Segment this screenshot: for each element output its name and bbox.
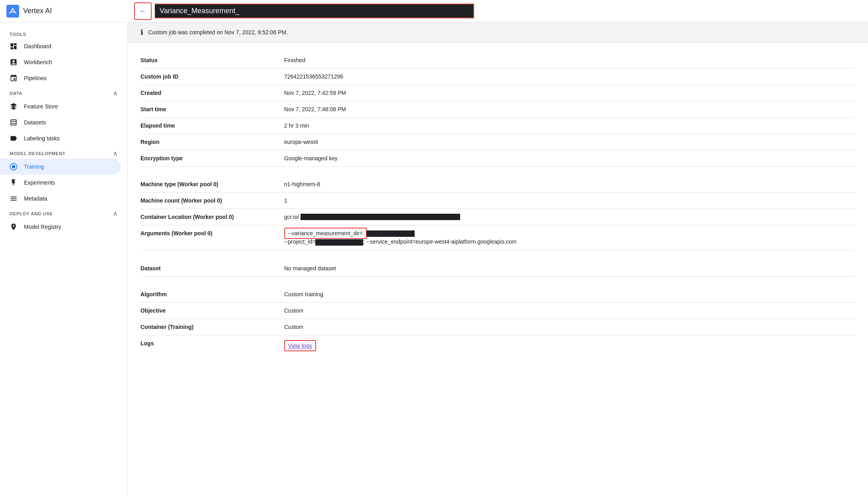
vertex-ai-logo-icon xyxy=(6,5,19,18)
model-dev-section-title: MODEL DEVELOPMENT xyxy=(10,151,65,156)
gcr-location-value: gcr.io/ xyxy=(284,214,460,220)
sidebar-item-feature-store-label: Feature Store xyxy=(24,103,58,110)
detail-row-machine-count: Machine count (Worker pool 0) 1 xyxy=(140,193,855,209)
view-logs-link[interactable]: View logs xyxy=(284,340,316,351)
value-logs: View logs xyxy=(284,340,855,351)
feature-store-icon xyxy=(10,102,18,110)
arg-variance-box: --variance_measurement_dir= xyxy=(284,228,367,239)
sidebar-item-training[interactable]: Training xyxy=(0,159,121,175)
arg-variance-redacted xyxy=(367,230,415,237)
arg-line-1: --variance_measurement_dir= xyxy=(284,230,855,237)
metadata-icon xyxy=(10,195,18,203)
sidebar-item-feature-store[interactable]: Feature Store xyxy=(0,98,121,114)
label-start-time: Start time xyxy=(140,106,284,112)
value-encryption: Google-managed key xyxy=(284,155,855,161)
label-elapsed-time: Elapsed time xyxy=(140,122,284,129)
workbench-icon xyxy=(10,58,18,66)
main-layout: TOOLS Dashboard Workbench Pipelines DATA… xyxy=(0,22,868,496)
label-algorithm: Algorithm xyxy=(140,291,284,297)
info-banner: ℹ Custom job was completed on Nov 7, 202… xyxy=(128,22,868,43)
value-job-id: 7264221536553271296 xyxy=(284,73,855,80)
value-region: europe-west4 xyxy=(284,139,855,145)
back-button[interactable]: ← xyxy=(134,2,152,20)
experiments-icon xyxy=(10,179,18,187)
sidebar-item-dashboard[interactable]: Dashboard xyxy=(0,38,121,54)
app-logo-area: Vertex AI xyxy=(6,5,134,18)
model-registry-icon xyxy=(10,223,18,231)
detail-row-dataset: Dataset No managed dataset xyxy=(140,260,855,277)
deploy-section-chevron[interactable]: ∧ xyxy=(113,210,118,217)
sidebar: TOOLS Dashboard Workbench Pipelines DATA… xyxy=(0,22,128,496)
sidebar-item-labeling-tasks[interactable]: Labeling tasks xyxy=(0,130,121,146)
detail-row-region: Region europe-west4 xyxy=(140,134,855,150)
sidebar-item-metadata[interactable]: Metadata xyxy=(0,191,121,207)
info-icon: ℹ xyxy=(140,28,143,37)
sidebar-item-model-registry[interactable]: Model Registry xyxy=(0,219,121,235)
value-algorithm: Custom training xyxy=(284,291,855,297)
deploy-section-header: DEPLOY AND USE ∧ xyxy=(0,207,127,219)
detail-row-start-time: Start time Nov 7, 2022, 7:48:08 PM xyxy=(140,101,855,118)
top-bar: Vertex AI ← xyxy=(0,0,868,22)
label-encryption: Encryption type xyxy=(140,155,284,161)
svg-point-1 xyxy=(12,8,14,10)
page-name-input[interactable] xyxy=(155,4,474,18)
tools-section-title: TOOLS xyxy=(0,29,127,38)
sidebar-item-datasets[interactable]: Datasets xyxy=(0,114,121,130)
sidebar-item-model-registry-label: Model Registry xyxy=(24,224,61,230)
label-arguments: Arguments (Worker pool 0) xyxy=(140,230,284,236)
sidebar-item-experiments-label: Experiments xyxy=(24,179,55,186)
datasets-icon xyxy=(10,118,18,126)
detail-row-job-id: Custom job ID 7264221536553271296 xyxy=(140,69,855,85)
training-icon xyxy=(10,163,18,171)
model-dev-section-chevron[interactable]: ∧ xyxy=(113,150,118,157)
sidebar-item-metadata-label: Metadata xyxy=(24,195,47,202)
details-table: Status Finished Custom job ID 7264221536… xyxy=(128,43,868,366)
value-start-time: Nov 7, 2022, 7:48:08 PM xyxy=(284,106,855,112)
label-container-training: Container (Training) xyxy=(140,324,284,330)
deploy-section-title: DEPLOY AND USE xyxy=(10,211,53,216)
model-dev-section-header: MODEL DEVELOPMENT ∧ xyxy=(0,146,127,159)
data-section-header: DATA ∧ xyxy=(0,86,127,98)
sidebar-item-training-label: Training xyxy=(24,163,44,170)
data-section-title: DATA xyxy=(10,91,22,96)
detail-row-container-location: Container Location (Worker pool 0) gcr.i… xyxy=(140,209,855,225)
top-bar-content: ← xyxy=(134,2,868,20)
dashboard-icon xyxy=(10,42,18,50)
label-region: Region xyxy=(140,139,284,145)
label-created: Created xyxy=(140,90,284,96)
value-elapsed-time: 2 hr 3 min xyxy=(284,122,855,129)
sidebar-item-dashboard-label: Dashboard xyxy=(24,43,51,49)
arg-line-2: --project_id=; --service_endpoint=europe… xyxy=(284,238,855,245)
sidebar-item-pipelines[interactable]: Pipelines xyxy=(0,70,121,86)
sidebar-item-workbench[interactable]: Workbench xyxy=(0,54,121,70)
pipelines-icon xyxy=(10,74,18,82)
data-section-chevron[interactable]: ∧ xyxy=(113,89,118,97)
value-dataset: No managed dataset xyxy=(284,265,855,272)
sidebar-item-labeling-tasks-label: Labeling tasks xyxy=(24,135,60,142)
label-container-location: Container Location (Worker pool 0) xyxy=(140,214,284,220)
label-machine-count: Machine count (Worker pool 0) xyxy=(140,197,284,204)
detail-row-container-training: Container (Training) Custom xyxy=(140,319,855,335)
detail-row-logs: Logs View logs xyxy=(140,335,855,356)
sidebar-item-experiments[interactable]: Experiments xyxy=(0,175,121,191)
arg-project-redacted xyxy=(315,239,363,246)
container-location-redacted xyxy=(301,214,460,220)
detail-row-elapsed-time: Elapsed time 2 hr 3 min xyxy=(140,118,855,134)
content-area: ℹ Custom job was completed on Nov 7, 202… xyxy=(128,22,868,496)
detail-row-algorithm: Algorithm Custom training xyxy=(140,286,855,303)
detail-row-objective: Objective Custom xyxy=(140,303,855,319)
detail-row-arguments: Arguments (Worker pool 0) --variance_mea… xyxy=(140,225,855,251)
value-status: Finished xyxy=(284,57,855,63)
detail-row-status: Status Finished xyxy=(140,52,855,69)
sidebar-item-pipelines-label: Pipelines xyxy=(24,75,47,81)
value-container-training: Custom xyxy=(284,324,855,330)
label-objective: Objective xyxy=(140,307,284,314)
value-objective: Custom xyxy=(284,307,855,314)
label-logs: Logs xyxy=(140,340,284,346)
label-dataset: Dataset xyxy=(140,265,284,272)
sidebar-item-datasets-label: Datasets xyxy=(24,119,46,126)
sidebar-item-workbench-label: Workbench xyxy=(24,59,52,65)
detail-row-machine-type: Machine type (Worker pool 0) n1-highmem-… xyxy=(140,176,855,193)
svg-rect-0 xyxy=(6,5,19,18)
banner-message: Custom job was completed on Nov 7, 2022,… xyxy=(148,29,288,35)
